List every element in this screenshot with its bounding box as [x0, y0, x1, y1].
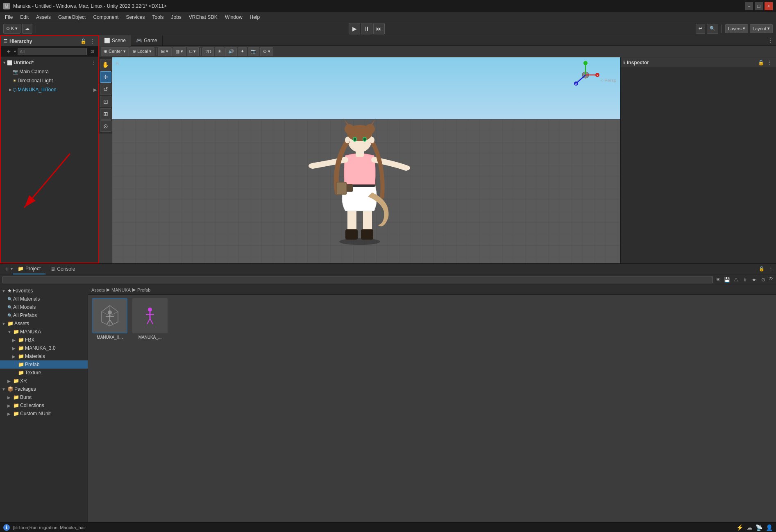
- step-button[interactable]: ⏭: [373, 23, 385, 34]
- assets-root-header[interactable]: ▼ 📁 Assets: [0, 319, 88, 328]
- local-global-button[interactable]: ⊕ Local ▾: [129, 47, 154, 56]
- status-network-icon[interactable]: 📡: [756, 524, 762, 531]
- packages-header[interactable]: ▼ 📦 Packages: [0, 385, 88, 393]
- asset-manuka-lili-item[interactable]: MANUKA_lil...: [91, 298, 128, 340]
- tab-scene[interactable]: ⬜ Scene: [99, 35, 131, 46]
- layout-dropdown[interactable]: Layout ▾: [750, 24, 773, 33]
- menu-vrchat-sdk[interactable]: VRChat SDK: [186, 14, 221, 21]
- project-warn-button[interactable]: ⚠: [733, 276, 740, 283]
- scene-menu-icon[interactable]: ≡: [116, 60, 119, 66]
- scene-more-icon[interactable]: ⋮: [91, 59, 97, 66]
- history-button[interactable]: ↩: [696, 24, 705, 34]
- project-filter-button[interactable]: ⊙: [760, 276, 767, 283]
- project-add-button[interactable]: +: [3, 265, 11, 273]
- maximize-button[interactable]: □: [755, 2, 763, 10]
- layers-dropdown[interactable]: Layers ▾: [725, 24, 748, 33]
- rect-tool-button[interactable]: ⊞: [100, 108, 111, 120]
- menu-gameobject[interactable]: GameObject: [55, 14, 89, 21]
- breadcrumb-prefab[interactable]: Prefab: [137, 288, 150, 292]
- all-materials-item[interactable]: 🔍 All Materials: [0, 295, 88, 303]
- pause-button[interactable]: ⏸: [361, 23, 372, 34]
- hierarchy-scene-item[interactable]: ▼ ⬜ Untitled* ⋮: [1, 58, 98, 67]
- project-lock-button[interactable]: 🔓: [758, 265, 765, 273]
- asset-manuka-prefab-item[interactable]: MANUKA_...: [132, 298, 168, 340]
- breadcrumb-manuka[interactable]: MANUKA: [111, 288, 131, 292]
- move-tool-button[interactable]: ✛: [100, 71, 111, 83]
- tab-game[interactable]: 🎮 Game: [131, 35, 163, 46]
- hierarchy-search-input[interactable]: [18, 48, 87, 55]
- tab-project[interactable]: 📁 Project: [13, 264, 45, 274]
- transform-tool-button[interactable]: ⊙: [100, 120, 111, 132]
- materials-expand-icon: ▶: [12, 354, 17, 359]
- camera-overlay-button[interactable]: 📷: [248, 47, 259, 56]
- hierarchy-more-button[interactable]: ⋮: [88, 38, 96, 45]
- project-info-button[interactable]: ℹ: [742, 276, 749, 283]
- menu-edit[interactable]: Edit: [17, 14, 32, 21]
- hierarchy-lock-button[interactable]: 🔓: [79, 38, 87, 45]
- hierarchy-manuka-item[interactable]: ▶ ⬡ MANUKA_liliToon ▶: [1, 85, 98, 94]
- project-bottom-content: ▼ ★ Favorites 🔍 All Materials 🔍 All Mode…: [0, 285, 776, 532]
- hierarchy-add-button[interactable]: +: [5, 48, 12, 55]
- hierarchy-directional-light-item[interactable]: ▶ ☀ Directional Light: [1, 76, 98, 85]
- cloud-button[interactable]: ☁: [22, 24, 32, 34]
- close-button[interactable]: ×: [765, 2, 773, 10]
- menu-window[interactable]: Window: [222, 14, 246, 21]
- menu-assets[interactable]: Assets: [33, 14, 54, 21]
- layout-arrow-icon: ▾: [767, 26, 770, 31]
- inspector-lock-button[interactable]: 🔓: [757, 59, 765, 66]
- collections-item[interactable]: ▶ 📁 Collections: [0, 401, 88, 410]
- render-mode-button[interactable]: ▥ ▾: [172, 47, 186, 56]
- materials-folder-item[interactable]: ▶ 📁 Materials: [0, 352, 88, 360]
- breadcrumb-assets[interactable]: Assets: [91, 288, 105, 292]
- project-save-button[interactable]: 💾: [724, 276, 731, 283]
- project-star-button[interactable]: ★: [751, 276, 758, 283]
- custom-nunit-item[interactable]: ▶ 📁 Custom NUnit: [0, 410, 88, 418]
- all-prefabs-item[interactable]: 🔍 All Prefabs: [0, 311, 88, 319]
- texture-folder-item[interactable]: ▶ 📁 Texture: [0, 369, 88, 377]
- status-cloud-icon[interactable]: ☁: [747, 524, 752, 531]
- account-button[interactable]: ⊙ K ▾: [3, 24, 20, 34]
- tab-console[interactable]: 🖥 Console: [45, 264, 80, 274]
- hierarchy-filter-button[interactable]: ⊡: [88, 48, 96, 55]
- play-button[interactable]: ▶: [349, 23, 360, 34]
- menu-services[interactable]: Services: [123, 14, 148, 21]
- asset-manuka-lili-thumbnail: [92, 298, 127, 333]
- prefab-folder-item[interactable]: ▶ 📁 Prefab: [0, 360, 88, 369]
- manuka-folder-item[interactable]: ▼ 📁 MANUKA: [0, 328, 88, 336]
- minimize-button[interactable]: −: [745, 2, 753, 10]
- local-global-icon: ⊕: [132, 49, 136, 54]
- aspect-button[interactable]: □ ▾: [187, 47, 199, 56]
- status-lightning-icon[interactable]: ⚡: [736, 524, 743, 531]
- inspector-more-button[interactable]: ⋮: [766, 59, 774, 66]
- scene-tabs-more[interactable]: ⋮: [765, 38, 776, 43]
- grid-button[interactable]: ⊞ ▾: [158, 47, 171, 56]
- project-more-button[interactable]: ⋮: [767, 265, 774, 273]
- hierarchy-main-camera-item[interactable]: ▶ 📷 Main Camera: [1, 67, 98, 76]
- burst-item[interactable]: ▶ 📁 Burst: [0, 393, 88, 401]
- xr-folder-item[interactable]: ▶ 📁 XR: [0, 377, 88, 385]
- hand-tool-button[interactable]: ✋: [100, 59, 111, 70]
- search-button[interactable]: 🔍: [707, 24, 718, 34]
- twod-button[interactable]: 2D: [202, 47, 214, 56]
- fx-button[interactable]: ✦: [238, 47, 247, 56]
- gizmos-button[interactable]: ⊙ ▾: [260, 47, 273, 56]
- menu-tools[interactable]: Tools: [149, 14, 167, 21]
- menu-jobs[interactable]: Jobs: [168, 14, 184, 21]
- packages-expand-icon: ▼: [2, 387, 7, 392]
- audio-button[interactable]: 🔊: [225, 47, 237, 56]
- status-user-icon[interactable]: 👤: [766, 524, 773, 531]
- lighting-button[interactable]: ☀: [215, 47, 225, 56]
- manuka-30-folder-item[interactable]: ▶ 📁 MANUKA_3.0: [0, 344, 88, 352]
- scale-tool-button[interactable]: ⊡: [100, 96, 111, 107]
- menu-help[interactable]: Help: [247, 14, 263, 21]
- all-models-item[interactable]: 🔍 All Models: [0, 303, 88, 311]
- favorites-header[interactable]: ▼ ★ Favorites: [0, 287, 88, 295]
- svg-point-25: [370, 137, 374, 143]
- rotate-tool-button[interactable]: ↺: [100, 84, 111, 95]
- menu-file[interactable]: File: [2, 14, 16, 21]
- center-pivot-button[interactable]: ⊕ Center ▾: [101, 47, 129, 56]
- project-eye-button[interactable]: 👁: [715, 276, 722, 283]
- project-search-input[interactable]: [2, 276, 713, 283]
- menu-component[interactable]: Component: [90, 14, 122, 21]
- fbx-folder-item[interactable]: ▶ 📁 FBX: [0, 336, 88, 344]
